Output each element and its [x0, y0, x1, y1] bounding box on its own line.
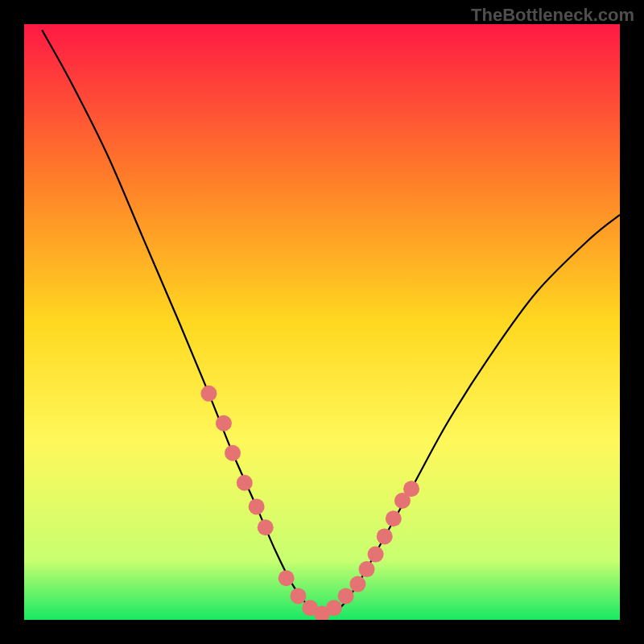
gradient-background — [24, 24, 620, 620]
highlight-marker — [368, 547, 384, 563]
watermark-text: TheBottleneck.com — [471, 5, 634, 26]
highlight-marker — [377, 528, 393, 544]
highlight-marker — [326, 600, 342, 616]
highlight-marker — [216, 415, 232, 431]
highlight-marker — [237, 475, 253, 491]
highlight-marker — [290, 588, 306, 604]
highlight-marker — [200, 386, 217, 402]
highlight-marker — [279, 570, 295, 586]
bottleneck-chart — [24, 24, 620, 620]
chart-container — [24, 24, 620, 620]
highlight-marker — [258, 519, 274, 535]
highlight-marker — [249, 498, 265, 514]
highlight-marker — [359, 561, 375, 577]
highlight-marker — [386, 510, 402, 526]
highlight-marker — [349, 576, 365, 592]
highlight-marker — [338, 588, 354, 604]
highlight-marker — [403, 481, 419, 497]
highlight-marker — [225, 445, 241, 461]
